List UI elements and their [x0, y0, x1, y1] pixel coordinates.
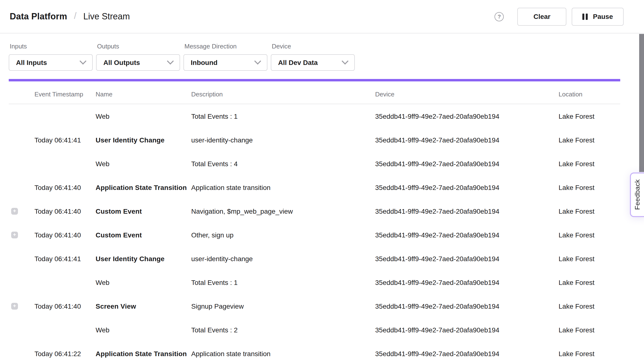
- cell-device: 35eddb41-9ff9-49e2-7aed-20afa90eb194: [375, 255, 558, 262]
- cell-name: User Identity Change: [96, 136, 191, 144]
- chevron-down-icon: [342, 58, 348, 64]
- page-title: Live Stream: [83, 11, 130, 21]
- cell-timestamp: Today 06:41:41: [34, 255, 96, 262]
- cell-name: Application State Transition: [96, 183, 191, 191]
- expand-plus-icon[interactable]: [11, 303, 18, 309]
- cell-device: 35eddb41-9ff9-49e2-7aed-20afa90eb194: [375, 231, 558, 239]
- cell-device: 35eddb41-9ff9-49e2-7aed-20afa90eb194: [375, 160, 558, 168]
- live-stream-screen: Data Platform / Live Stream ? Clear Paus…: [0, 0, 644, 360]
- table-row[interactable]: Today 06:41:40 Application State Transit…: [9, 176, 620, 199]
- cell-location: Lake Forest: [558, 136, 620, 144]
- filter-device: Device All Dev Data: [271, 43, 355, 71]
- cell-device: 35eddb41-9ff9-49e2-7aed-20afa90eb194: [375, 326, 558, 334]
- feedback-tab[interactable]: Feedback: [630, 173, 644, 217]
- feedback-tab-label: Feedback: [633, 180, 641, 210]
- filter-label: Device: [271, 43, 355, 50]
- breadcrumb: Data Platform / Live Stream: [10, 11, 130, 22]
- column-header-device: Device: [375, 91, 558, 98]
- cell-name: Custom Event: [96, 207, 191, 215]
- filter-label: Inputs: [9, 43, 93, 50]
- table-row[interactable]: Today 06:41:41 User Identity Change user…: [9, 247, 620, 270]
- dropdown-selected-value: All Outputs: [103, 59, 140, 66]
- accent-bar: [9, 79, 620, 81]
- expand-plus-icon[interactable]: [11, 231, 18, 238]
- cell-name: Application State Transition: [96, 350, 191, 357]
- column-header-location: Location: [558, 91, 620, 98]
- cell-name: Screen View: [96, 302, 191, 310]
- cell-description: Signup Pageview: [191, 302, 375, 310]
- breadcrumb-section[interactable]: Data Platform: [10, 11, 67, 21]
- cell-location: Lake Forest: [558, 302, 620, 310]
- table-row[interactable]: Today 06:41:40 Custom Event Navigation, …: [9, 199, 620, 223]
- table-row[interactable]: Web Total Events : 1 35eddb41-9ff9-49e2-…: [9, 104, 620, 128]
- cell-name: Custom Event: [96, 231, 191, 239]
- filter-label: Outputs: [96, 43, 180, 50]
- filters-row: Inputs All Inputs Outputs All Outputs Me…: [0, 43, 644, 71]
- cell-device: 35eddb41-9ff9-49e2-7aed-20afa90eb194: [375, 350, 558, 357]
- cell-timestamp: Today 06:41:40: [34, 207, 96, 215]
- column-header-event-timestamp: Event Timestamp: [34, 91, 96, 98]
- cell-description: user-identity-change: [191, 255, 375, 262]
- help-icon[interactable]: ?: [494, 12, 504, 21]
- pause-button[interactable]: Pause: [572, 7, 624, 25]
- cell-timestamp: Today 06:41:40: [34, 302, 96, 310]
- breadcrumb-separator-icon: /: [74, 11, 77, 21]
- help-glyph: ?: [498, 13, 501, 19]
- cell-name: Web: [96, 326, 191, 334]
- cell-location: Lake Forest: [558, 160, 620, 168]
- cell-timestamp: Today 06:41:40: [34, 231, 96, 239]
- pause-button-label: Pause: [593, 12, 613, 20]
- column-header-name: Name: [96, 91, 191, 98]
- cell-location: Lake Forest: [558, 112, 620, 120]
- table-row[interactable]: Today 06:41:40 Custom Event Other, sign …: [9, 223, 620, 247]
- topbar-actions: ? Clear Pause: [494, 7, 624, 25]
- expand-plus-icon[interactable]: [11, 208, 18, 214]
- cell-name: Web: [96, 278, 191, 286]
- dropdown-selected-value: All Dev Data: [278, 59, 318, 66]
- cell-location: Lake Forest: [558, 278, 620, 286]
- cell-location: Lake Forest: [558, 326, 620, 334]
- cell-device: 35eddb41-9ff9-49e2-7aed-20afa90eb194: [375, 136, 558, 144]
- filter-dropdown[interactable]: Inbound: [184, 54, 268, 71]
- cell-device: 35eddb41-9ff9-49e2-7aed-20afa90eb194: [375, 183, 558, 191]
- chevron-down-icon: [167, 58, 174, 64]
- cell-expand: [9, 303, 34, 309]
- filter-message-direction: Message Direction Inbound: [184, 43, 268, 71]
- filter-dropdown[interactable]: All Inputs: [9, 54, 93, 71]
- cell-device: 35eddb41-9ff9-49e2-7aed-20afa90eb194: [375, 207, 558, 215]
- clear-button[interactable]: Clear: [517, 7, 566, 25]
- table-row[interactable]: Web Total Events : 1 35eddb41-9ff9-49e2-…: [9, 270, 620, 294]
- filter-dropdown[interactable]: All Dev Data: [271, 54, 355, 71]
- cell-description: Navigation, $mp_web_page_view: [191, 207, 375, 215]
- filter-label: Message Direction: [184, 43, 268, 50]
- chevron-down-icon: [254, 58, 261, 64]
- table-row[interactable]: Today 06:41:22 Application State Transit…: [9, 342, 620, 360]
- events-table: Event TimestampNameDescriptionDeviceLoca…: [9, 81, 620, 360]
- cell-name: Web: [96, 112, 191, 120]
- cell-expand: [9, 208, 34, 214]
- top-bar: Data Platform / Live Stream ? Clear Paus…: [0, 0, 644, 33]
- filter-dropdown[interactable]: All Outputs: [96, 54, 180, 71]
- cell-description: Total Events : 1: [191, 278, 375, 286]
- cell-name: Web: [96, 160, 191, 168]
- cell-description: Application state transition: [191, 183, 375, 191]
- dropdown-selected-value: Inbound: [191, 59, 218, 66]
- table-row[interactable]: Today 06:41:40 Screen View Signup Pagevi…: [9, 294, 620, 318]
- cell-timestamp: Today 06:41:40: [34, 183, 96, 191]
- table-row[interactable]: Today 06:41:41 User Identity Change user…: [9, 128, 620, 152]
- cell-description: Total Events : 1: [191, 112, 375, 120]
- cell-location: Lake Forest: [558, 350, 620, 357]
- table-row[interactable]: Web Total Events : 2 35eddb41-9ff9-49e2-…: [9, 318, 620, 342]
- cell-location: Lake Forest: [558, 207, 620, 215]
- filter-outputs: Outputs All Outputs: [96, 43, 180, 71]
- cell-name: User Identity Change: [96, 255, 191, 262]
- cell-description: Other, sign up: [191, 231, 375, 239]
- cell-location: Lake Forest: [558, 183, 620, 191]
- scrollbar-thumb[interactable]: [639, 34, 644, 172]
- column-header-description: Description: [191, 91, 375, 98]
- table-row[interactable]: Web Total Events : 4 35eddb41-9ff9-49e2-…: [9, 152, 620, 176]
- cell-location: Lake Forest: [558, 255, 620, 262]
- chevron-down-icon: [80, 58, 86, 64]
- cell-device: 35eddb41-9ff9-49e2-7aed-20afa90eb194: [375, 302, 558, 310]
- cell-timestamp: Today 06:41:41: [34, 136, 96, 144]
